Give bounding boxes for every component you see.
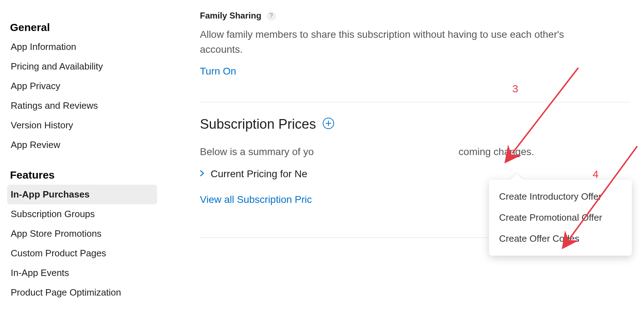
view-all-pricing-link[interactable]: View all Subscription Pric — [200, 194, 312, 205]
current-pricing-label: Current Pricing for Ne — [211, 168, 307, 180]
annotation-arrow-4 — [562, 143, 644, 242]
help-icon[interactable]: ? — [267, 11, 276, 21]
chevron-right-icon — [200, 169, 204, 179]
sidebar-heading-general: General — [7, 18, 157, 37]
sidebar-item-product-page-optimization[interactable]: Product Page Optimization — [7, 283, 157, 302]
sidebar-item-in-app-purchases[interactable]: In-App Purchases — [7, 185, 157, 204]
sidebar-item-custom-product-pages[interactable]: Custom Product Pages — [7, 244, 157, 263]
svg-line-2 — [512, 68, 578, 153]
sidebar-item-app-information[interactable]: App Information — [7, 37, 157, 57]
sidebar-item-subscription-groups[interactable]: Subscription Groups — [7, 204, 157, 224]
svg-line-3 — [569, 146, 637, 239]
add-price-button[interactable] — [323, 118, 334, 129]
sidebar-heading-features: Features — [7, 165, 157, 185]
family-sharing-title: Family Sharing — [200, 11, 261, 21]
sidebar-item-app-store-promotions[interactable]: App Store Promotions — [7, 224, 157, 244]
sidebar-item-ratings-reviews[interactable]: Ratings and Reviews — [7, 96, 157, 116]
main-content: Family Sharing ? Allow family members to… — [164, 0, 644, 333]
sidebar: General App Information Pricing and Avai… — [0, 0, 164, 333]
turn-on-link[interactable]: Turn On — [200, 66, 236, 77]
sidebar-item-app-review[interactable]: App Review — [7, 135, 157, 155]
sidebar-item-app-privacy[interactable]: App Privacy — [7, 76, 157, 96]
plus-icon — [325, 120, 332, 127]
annotation-3: 3 — [512, 83, 518, 95]
sidebar-item-in-app-events[interactable]: In-App Events — [7, 263, 157, 283]
sidebar-item-pricing-availability[interactable]: Pricing and Availability — [7, 57, 157, 76]
annotation-4: 4 — [593, 168, 599, 180]
subscription-prices-title: Subscription Prices — [200, 117, 316, 132]
family-sharing-desc: Allow family members to share this subsc… — [200, 27, 575, 57]
sidebar-item-version-history[interactable]: Version History — [7, 116, 157, 135]
